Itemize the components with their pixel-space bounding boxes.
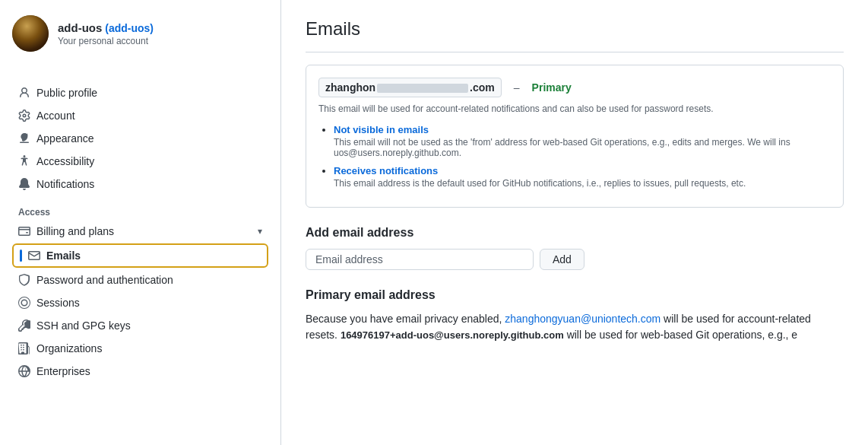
- avatar: [12, 15, 49, 52]
- add-email-row: Add: [306, 249, 844, 270]
- sidebar-item-account[interactable]: Account: [12, 105, 268, 126]
- sidebar-item-label: Accessibility: [36, 155, 94, 167]
- enterprises-label: Enterprises: [36, 365, 90, 377]
- bell-icon: [18, 178, 30, 190]
- receives-notifications-desc: This email address is the default used f…: [334, 178, 831, 189]
- not-visible-item: Not visible in emails This email will no…: [334, 123, 831, 158]
- credit-card-icon: [18, 225, 30, 237]
- sidebar-item-password[interactable]: Password and authentication: [12, 269, 268, 291]
- gear-icon: [18, 110, 30, 122]
- chevron-down-icon: ▾: [258, 226, 262, 237]
- billing-left: Billing and plans: [18, 225, 114, 237]
- mail-icon: [28, 250, 40, 262]
- noreply-email: 164976197+add-uos@users.noreply.github.c…: [341, 329, 564, 341]
- email-redacted: [377, 84, 468, 93]
- add-email-section: Add email address Add: [306, 226, 844, 270]
- main-content: Emails zhanghon.com – Primary This email…: [281, 0, 868, 445]
- add-email-button[interactable]: Add: [540, 249, 584, 270]
- primary-email-highlight: zhanghongyuan@uniontech.com: [505, 313, 661, 325]
- sidebar-nav: Public profile Account Appearance Access…: [12, 82, 268, 195]
- primary-email-description: Because you have email privacy enabled, …: [306, 311, 844, 343]
- sidebar-item-notifications[interactable]: Notifications: [12, 173, 268, 195]
- sidebar-item-label: Notifications: [36, 178, 94, 190]
- sidebar-item-billing[interactable]: Billing and plans ▾: [12, 221, 268, 242]
- username-link[interactable]: (add-uos): [105, 22, 154, 34]
- sidebar-item-label: Account: [36, 110, 75, 122]
- primary-email-desc-start: Because you have email privacy enabled,: [306, 313, 505, 325]
- page-title: Emails: [306, 18, 844, 40]
- billing-label: Billing and plans: [36, 225, 114, 237]
- sidebar-item-label: Public profile: [36, 87, 97, 99]
- dash: –: [514, 81, 520, 94]
- org-icon: [18, 342, 30, 354]
- noreply-desc: will be used for web-based Git operation…: [564, 329, 797, 341]
- access-section-label: Access: [12, 201, 268, 221]
- sidebar-item-enterprises[interactable]: Enterprises: [12, 361, 268, 382]
- sidebar-item-sessions[interactable]: Sessions: [12, 292, 268, 313]
- not-visible-desc: This email will not be used as the 'from…: [334, 137, 831, 158]
- broadcast-icon: [18, 297, 30, 309]
- sidebar: add-uos (add-uos) Your personal account …: [0, 0, 281, 445]
- sidebar-item-organizations[interactable]: Organizations: [12, 338, 268, 359]
- sidebar-item-label: Appearance: [36, 132, 94, 145]
- sidebar-item-appearance[interactable]: Appearance: [12, 128, 268, 149]
- user-header: add-uos (add-uos) Your personal account: [12, 15, 268, 64]
- active-indicator: [20, 250, 22, 262]
- primary-email-title: Primary email address: [306, 288, 844, 302]
- user-subtitle: Your personal account: [58, 36, 154, 46]
- primary-badge: Primary: [532, 81, 572, 94]
- email-display: zhanghon.com: [318, 78, 502, 97]
- shield-icon: [18, 274, 30, 286]
- primary-email-desc-mid: will be used for account-related: [661, 313, 811, 325]
- password-label: Password and authentication: [36, 274, 173, 286]
- sidebar-item-accessibility[interactable]: Accessibility: [12, 151, 268, 172]
- sidebar-item-ssh-gpg[interactable]: SSH and GPG keys: [12, 315, 268, 336]
- organizations-label: Organizations: [36, 342, 102, 354]
- add-email-title: Add email address: [306, 226, 844, 240]
- ssh-gpg-label: SSH and GPG keys: [36, 319, 131, 332]
- primary-email-section: Primary email address Because you have e…: [306, 288, 844, 343]
- globe-icon: [18, 365, 30, 377]
- email-card: zhanghon.com – Primary This email will b…: [306, 65, 844, 208]
- username-display: add-uos (add-uos): [58, 21, 154, 34]
- user-info: add-uos (add-uos) Your personal account: [58, 21, 154, 46]
- primary-email-desc-end: resets.: [306, 329, 337, 341]
- sidebar-item-public-profile[interactable]: Public profile: [12, 82, 268, 103]
- email-features-list: Not visible in emails This email will no…: [318, 123, 831, 189]
- receives-notifications-item: Receives notifications This email addres…: [334, 164, 831, 189]
- not-visible-title: Not visible in emails: [334, 124, 831, 135]
- emails-label: Emails: [46, 250, 81, 262]
- receives-notifications-title: Receives notifications: [334, 165, 831, 176]
- key-icon: [18, 319, 30, 332]
- divider: [306, 52, 844, 52]
- username: add-uos: [58, 21, 102, 34]
- email-input[interactable]: [306, 249, 534, 270]
- sessions-label: Sessions: [36, 297, 80, 309]
- accessibility-icon: [18, 155, 30, 167]
- sidebar-item-emails[interactable]: Emails: [12, 243, 268, 268]
- paintbrush-icon: [18, 132, 30, 145]
- access-nav: Billing and plans ▾ Emails Password and …: [12, 221, 268, 382]
- person-icon: [18, 87, 30, 99]
- email-primary-row: zhanghon.com – Primary: [318, 78, 831, 97]
- email-description: This email will be used for account-rela…: [318, 103, 831, 114]
